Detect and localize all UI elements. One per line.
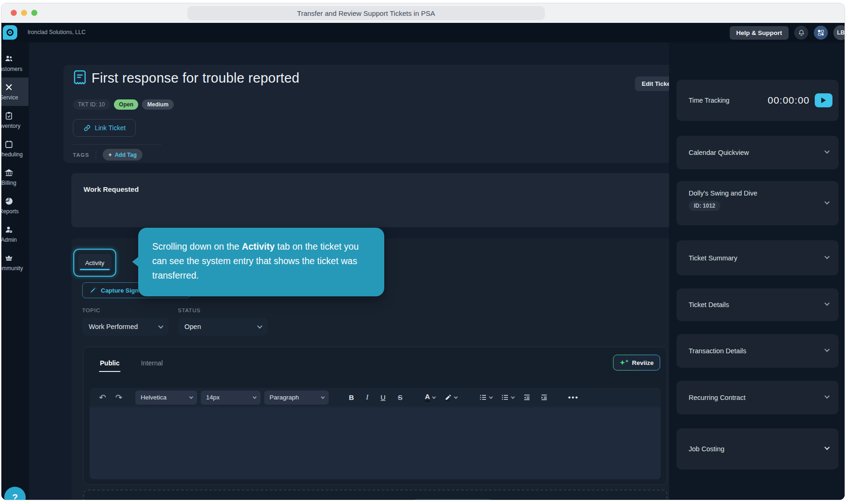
- indent-button[interactable]: [536, 393, 552, 401]
- tab-internal[interactable]: Internal: [141, 359, 163, 367]
- section-calendar-quickview[interactable]: Calendar Quickview: [677, 136, 839, 169]
- section-recurring-contract[interactable]: Recurring Contract: [677, 381, 839, 414]
- sidebar-item-admin[interactable]: Admin: [1, 220, 28, 248]
- bold-label: B: [349, 393, 354, 401]
- section-title: Ticket Summary: [689, 254, 737, 262]
- tab-activity[interactable]: Activity: [78, 254, 112, 272]
- reviize-floating-button[interactable]: ✦✦ Revii: [410, 499, 495, 500]
- link-ticket-button[interactable]: Link Ticket: [73, 119, 136, 137]
- sparkle-pen-icon: ✦✦: [620, 359, 628, 366]
- text-color-label: A: [425, 393, 430, 402]
- chevron-down-icon: [511, 395, 515, 399]
- chevron-down-icon: [432, 395, 436, 399]
- sidebar-item-label: Service: [1, 94, 18, 101]
- notifications-button[interactable]: [794, 26, 808, 40]
- font-family-select[interactable]: Helvetica: [135, 391, 197, 405]
- chevron-down-icon: [253, 395, 256, 399]
- sidebar-item-inventory[interactable]: Inventory: [1, 106, 28, 134]
- sidebar-item-scheduling[interactable]: Scheduling: [1, 134, 28, 163]
- psa-app: Ironclad Solutions, LLC Help & Support L…: [1, 23, 845, 500]
- bullet-list-button[interactable]: [497, 393, 518, 401]
- link-ticket-label: Link Ticket: [95, 124, 126, 132]
- reviize-label: Reviize: [632, 359, 654, 366]
- strikethrough-button[interactable]: S: [394, 393, 407, 401]
- chevron-down-icon: [158, 323, 163, 329]
- topic-label: TOPIC: [82, 308, 100, 313]
- reviize-ai-button[interactable]: ✦✦ Reviize: [613, 355, 660, 371]
- apps-menu-button[interactable]: [814, 26, 828, 40]
- ticket-icon: [73, 69, 87, 87]
- play-icon: [821, 98, 826, 103]
- attachment-drop-zone[interactable]: ✦✦ Revii: [83, 490, 667, 500]
- chevron-down-icon: [454, 395, 458, 399]
- sidebar-item-reports[interactable]: Reports: [1, 191, 28, 220]
- pie-chart-icon: [4, 196, 14, 206]
- status-select[interactable]: Open: [178, 318, 268, 336]
- topic-value: Work Performed: [89, 323, 138, 330]
- time-tracking-card: Time Tracking 00:00:00: [677, 80, 839, 121]
- sidebar-item-customers[interactable]: Customers: [1, 49, 28, 77]
- sidebar-item-label: Customers: [1, 66, 22, 72]
- paragraph-style-select[interactable]: Paragraph: [264, 391, 329, 405]
- sidebar-item-label: Admin: [1, 237, 17, 243]
- main-content: First response for trouble reported Edit…: [29, 42, 669, 500]
- section-transaction-details[interactable]: Transaction Details: [677, 334, 839, 368]
- section-ticket-details[interactable]: Ticket Details: [677, 288, 839, 321]
- section-dollys-swing-and-dive[interactable]: Dolly's Swing and Dive ID: 1012: [677, 181, 839, 225]
- work-requested-title: Work Requested: [84, 185, 139, 193]
- sidebar-item-label: Reports: [1, 208, 19, 215]
- bold-button[interactable]: B: [345, 393, 358, 401]
- tooltip-text-bold: Activity: [242, 241, 275, 252]
- sidebar-item-community[interactable]: Community: [1, 248, 28, 277]
- note-editor-panel: Public Internal ✦✦ Reviize ↶ ↷ Helvetica: [83, 347, 667, 485]
- more-options-button[interactable]: •••: [568, 393, 579, 402]
- start-timer-button[interactable]: [815, 93, 832, 107]
- calendar-icon: [4, 140, 14, 149]
- sidebar-item-label: Community: [1, 265, 23, 272]
- section-title: Ticket Details: [689, 301, 729, 308]
- signature-pen-icon: [89, 287, 97, 294]
- time-tracking-label: Time Tracking: [689, 97, 729, 104]
- add-tag-button[interactable]: + Add Tag: [103, 149, 142, 161]
- crown-mascot-icon: [4, 253, 14, 263]
- italic-label: I: [366, 393, 368, 401]
- coachmark-tooltip: Scrolling down on the Activity tab on th…: [138, 228, 384, 296]
- capture-signature-label: Capture Sign: [101, 287, 139, 294]
- minimize-window-button[interactable]: [21, 10, 27, 16]
- indent-icon: [540, 393, 548, 401]
- text-color-button[interactable]: A: [421, 393, 439, 402]
- tags-label: TAGS: [73, 152, 89, 158]
- italic-button[interactable]: I: [362, 393, 373, 401]
- browser-tab[interactable]: Transfer and Review Support Tickets in P…: [187, 6, 545, 20]
- status-badge: Open: [114, 99, 139, 110]
- sidebar-item-service[interactable]: Service: [1, 77, 28, 106]
- redo-button[interactable]: ↷: [113, 392, 125, 403]
- user-avatar[interactable]: LB: [833, 25, 845, 40]
- tools-icon: [4, 83, 14, 92]
- chevron-down-icon: [321, 395, 324, 399]
- help-support-button[interactable]: Help & Support: [730, 26, 789, 40]
- link-icon: [83, 124, 91, 132]
- left-sidebar: Customers Service Inventory Scheduling B…: [1, 42, 28, 500]
- highlight-color-button[interactable]: [440, 393, 461, 401]
- font-size-value: 14px: [206, 394, 219, 401]
- section-title: Job Costing: [689, 445, 725, 453]
- ordered-list-button[interactable]: [475, 393, 496, 401]
- editor-text-area[interactable]: [90, 408, 661, 479]
- font-size-select[interactable]: 14px: [201, 391, 261, 405]
- section-job-costing[interactable]: Job Costing: [677, 428, 839, 469]
- font-family-value: Helvetica: [141, 394, 167, 401]
- topic-select[interactable]: Work Performed: [82, 318, 169, 336]
- sidebar-item-label: Billing: [1, 180, 16, 186]
- sidebar-item-billing[interactable]: Billing: [1, 163, 28, 191]
- section-ticket-summary[interactable]: Ticket Summary: [677, 240, 839, 275]
- underline-label: U: [381, 393, 386, 401]
- tab-public[interactable]: Public: [100, 359, 120, 367]
- underline-button[interactable]: U: [376, 393, 390, 401]
- outdent-button[interactable]: [519, 393, 535, 401]
- apps-grid-icon: [817, 29, 825, 36]
- app-logo-icon[interactable]: [3, 25, 17, 40]
- zoom-window-button[interactable]: [31, 10, 37, 16]
- close-window-button[interactable]: [11, 10, 17, 16]
- undo-button[interactable]: ↶: [96, 392, 109, 403]
